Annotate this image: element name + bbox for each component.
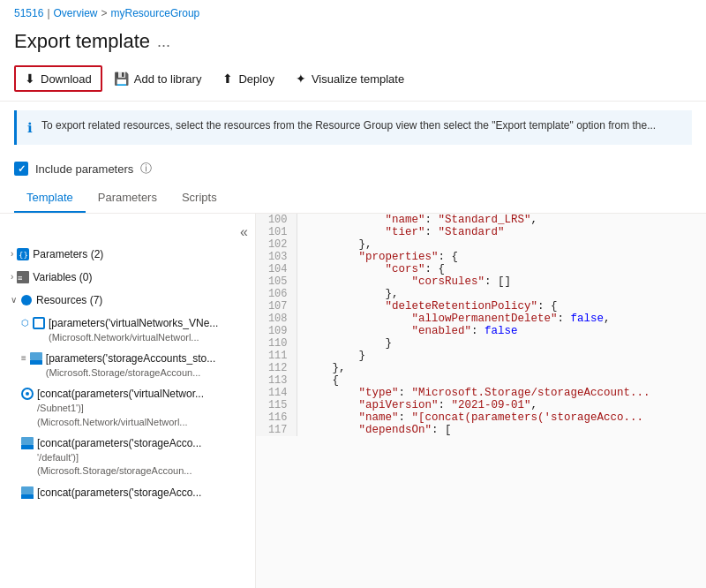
download-button[interactable]: ⬇ Download [14, 65, 102, 92]
download-icon: ⬇ [25, 72, 35, 86]
tab-template[interactable]: Template [14, 184, 86, 213]
sidebar: « › {} Parameters (2) › ≡ Variables (0) … [0, 214, 256, 588]
code-line: 112 }, [256, 362, 706, 374]
svg-rect-13 [21, 494, 34, 499]
resources-label: Resources (7) [36, 293, 248, 308]
deploy-button[interactable]: ⬆ Deploy [213, 66, 283, 91]
code-line: 104 "cors": { [256, 263, 706, 275]
include-params-checkbox[interactable] [14, 162, 28, 176]
add-to-library-button[interactable]: 💾 Add to library [104, 66, 212, 91]
svg-text:{}: {} [19, 251, 28, 260]
res3-label: [concat(parameters('virtualNetwor... /Su… [37, 387, 248, 429]
storage-icon2 [21, 437, 34, 452]
sidebar-item-parameters[interactable]: › {} Parameters (2) [0, 244, 255, 267]
download-label: Download [41, 72, 92, 86]
breadcrumb-overview[interactable]: Overview [54, 7, 98, 19]
code-line: 114 "type": "Microsoft.Storage/storageAc… [256, 387, 706, 399]
network-icon [33, 317, 45, 332]
code-line: 108 "allowPermanentDelete": false, [256, 313, 706, 325]
sidebar-item-res2[interactable]: ≡ [parameters('storageAccounts_sto... (M… [0, 348, 255, 383]
arrow-icon: › [11, 272, 13, 282]
sidebar-item-variables[interactable]: › ≡ Variables (0) [0, 267, 255, 290]
info-icon: ℹ [27, 120, 33, 136]
code-line: 105 "corsRules": [] [256, 275, 706, 288]
page-title: Export template [14, 30, 150, 53]
sidebar-item-resources[interactable]: ∨ Resources (7) [0, 290, 255, 313]
code-line: 100 "name": "Standard_LRS", [256, 214, 706, 226]
breadcrumb: 51516 | Overview > myResourceGroup [0, 0, 706, 26]
storage-icon3 [21, 486, 34, 501]
code-line: 102 }, [256, 238, 706, 251]
res4-label: [concat(parameters('storageAcco... '/def… [37, 436, 248, 479]
library-icon: 💾 [114, 72, 129, 86]
tabs-bar: Template Parameters Scripts [0, 184, 706, 214]
code-line: 107 "deleteRetentionPolicy": { [256, 300, 706, 313]
svg-rect-10 [21, 437, 34, 445]
svg-rect-12 [21, 486, 34, 494]
variables-label: Variables (0) [33, 270, 248, 285]
code-line: 106 }, [256, 288, 706, 300]
res5-label: [concat(parameters('storageAcco... [37, 486, 248, 501]
tab-parameters[interactable]: Parameters [86, 184, 169, 213]
visualize-icon: ✦ [296, 72, 306, 86]
code-line: 111 } [256, 350, 706, 362]
breadcrumb-portal[interactable]: 51516 [14, 7, 43, 19]
code-line: 117 "dependsOn": [ [256, 424, 706, 436]
collapse-button[interactable]: « [240, 224, 248, 240]
code-line: 113 { [256, 374, 706, 387]
visualize-button[interactable]: ✦ Visualize template [286, 66, 414, 91]
arrow-icon: ∨ [11, 295, 17, 305]
svg-rect-6 [30, 352, 42, 360]
code-table: 100 "name": "Standard_LRS",101 "tier": "… [256, 214, 706, 436]
sidebar-item-res5[interactable]: [concat(parameters('storageAcco... [0, 482, 255, 505]
sidebar-item-res3[interactable]: [concat(parameters('virtualNetwor... /Su… [0, 383, 255, 433]
toolbar: ⬇ Download 💾 Add to library ⬆ Deploy ✦ V… [0, 60, 706, 102]
more-button[interactable]: ... [157, 33, 170, 51]
svg-point-9 [26, 392, 29, 396]
code-line: 101 "tier": "Standard" [256, 226, 706, 238]
visualize-label: Visualize template [312, 72, 404, 86]
equals-icon: ≡ [21, 353, 26, 363]
svg-point-4 [21, 295, 32, 305]
include-params-row: Include parameters ⓘ [0, 154, 706, 184]
resources-icon [20, 294, 33, 309]
parameters-label: Parameters (2) [33, 247, 248, 262]
res2-label: [parameters('storageAccounts_sto... (Mic… [46, 351, 248, 380]
tab-scripts[interactable]: Scripts [169, 184, 229, 213]
svg-rect-11 [21, 445, 34, 449]
arrow-icon: › [11, 249, 13, 259]
breadcrumb-sep2: > [101, 7, 108, 19]
storage-icon [30, 352, 42, 367]
code-line: 109 "enabled": false [256, 325, 706, 337]
code-panel[interactable]: 100 "name": "Standard_LRS",101 "tier": "… [256, 214, 706, 588]
sidebar-item-res1[interactable]: ⬡ [parameters('virtualNetworks_VNe... (M… [0, 313, 255, 348]
breadcrumb-resource-group[interactable]: myResourceGroup [111, 7, 200, 19]
info-banner-text: To export related resources, select the … [41, 119, 656, 132]
network-icon2 [21, 388, 34, 403]
code-line: 103 "properties": { [256, 251, 706, 263]
main-content: « › {} Parameters (2) › ≡ Variables (0) … [0, 214, 706, 588]
code-line: 110 } [256, 337, 706, 350]
sidebar-item-res4[interactable]: [concat(parameters('storageAcco... '/def… [0, 433, 255, 482]
arrow-icon: ⬡ [21, 318, 29, 328]
svg-text:≡: ≡ [18, 274, 23, 283]
include-params-label: Include parameters [35, 162, 133, 176]
params-icon: {} [17, 248, 29, 263]
svg-rect-5 [34, 318, 44, 328]
code-line: 115 "apiVersion": "2021-09-01", [256, 399, 706, 411]
svg-rect-7 [30, 360, 42, 365]
page-title-row: Export template ... [0, 26, 706, 60]
deploy-label: Deploy [238, 72, 274, 86]
code-line: 116 "name": "[concat(parameters('storage… [256, 411, 706, 424]
res1-label: [parameters('virtualNetworks_VNe... (Mic… [49, 316, 248, 344]
breadcrumb-sep1: | [47, 7, 49, 19]
info-banner: ℹ To export related resources, select th… [14, 110, 692, 145]
deploy-icon: ⬆ [222, 72, 233, 86]
info-circle-icon[interactable]: ⓘ [140, 161, 152, 177]
add-library-label: Add to library [134, 72, 202, 86]
sidebar-header: « [0, 221, 255, 244]
vars-icon: ≡ [17, 271, 29, 286]
